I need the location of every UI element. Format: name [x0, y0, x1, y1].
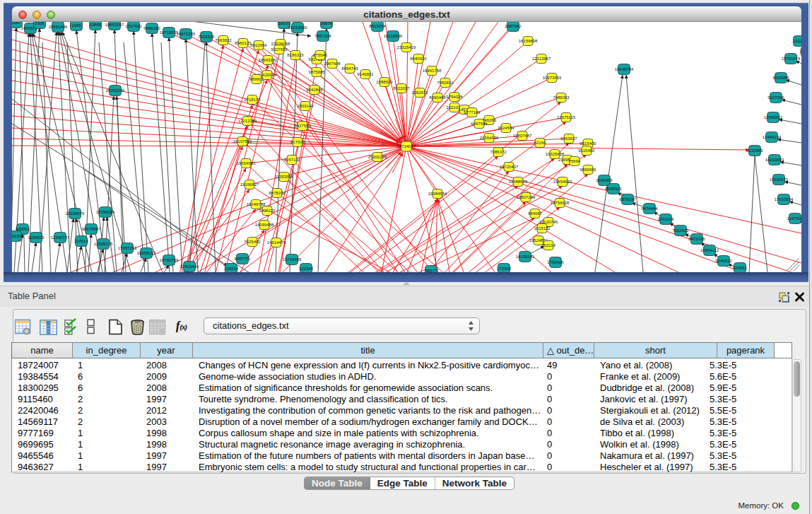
- svg-text:15716485: 15716485: [283, 257, 302, 262]
- svg-text:8427552: 8427552: [294, 124, 311, 128]
- svg-text:90975887: 90975887: [82, 227, 101, 231]
- svg-text:6466160: 6466160: [143, 26, 160, 30]
- svg-text:16648784: 16648784: [615, 67, 634, 71]
- svg-text:19384554: 19384554: [428, 192, 447, 196]
- svg-text:3624554: 3624554: [498, 126, 514, 130]
- svg-text:15720407: 15720407: [500, 165, 519, 169]
- svg-text:16961758: 16961758: [423, 69, 442, 73]
- svg-text:252214: 252214: [541, 243, 556, 247]
- svg-text:10120746: 10120746: [539, 220, 558, 224]
- svg-text:26876: 26876: [321, 22, 333, 25]
- svg-text:11353594: 11353594: [275, 175, 294, 179]
- svg-text:12213967: 12213967: [532, 57, 551, 61]
- svg-text:9245612: 9245612: [715, 259, 732, 263]
- svg-text:1640953: 1640953: [596, 178, 613, 182]
- svg-text:1527602: 1527602: [125, 24, 142, 28]
- svg-text:9899695: 9899695: [579, 168, 596, 172]
- svg-text:9515400: 9515400: [579, 141, 596, 146]
- svg-text:96577: 96577: [425, 269, 437, 272]
- svg-text:12444134: 12444134: [763, 135, 782, 139]
- svg-text:17010504: 17010504: [775, 197, 794, 201]
- svg-text:2306: 2306: [35, 22, 45, 25]
- svg-text:25302275: 25302275: [368, 155, 387, 159]
- svg-text:11123: 11123: [794, 39, 801, 43]
- svg-text:62160: 62160: [534, 141, 546, 145]
- svg-text:7955812: 7955812: [437, 81, 454, 85]
- svg-text:8912954: 8912954: [250, 43, 267, 47]
- svg-text:15751074: 15751074: [782, 57, 801, 61]
- svg-text:12823446: 12823446: [180, 264, 199, 269]
- svg-text:8813054: 8813054: [369, 24, 386, 28]
- svg-text:3875685: 3875685: [308, 70, 325, 74]
- svg-text:8878332: 8878332: [269, 191, 286, 195]
- svg-text:114519: 114519: [74, 239, 88, 243]
- svg-text:9115460: 9115460: [579, 148, 596, 153]
- svg-text:10688609: 10688609: [509, 180, 528, 184]
- svg-text:16046788: 16046788: [247, 202, 266, 206]
- svg-text:3498222: 3498222: [259, 209, 276, 213]
- svg-text:7632621: 7632621: [672, 228, 689, 233]
- svg-text:39154: 39154: [12, 234, 22, 238]
- svg-text:7386372: 7386372: [490, 150, 507, 154]
- svg-text:20364436: 20364436: [480, 136, 499, 140]
- svg-text:7857224: 7857224: [314, 34, 331, 38]
- svg-text:1362615: 1362615: [411, 90, 428, 95]
- svg-text:173342: 173342: [497, 267, 512, 271]
- svg-text:10782759: 10782759: [160, 258, 179, 262]
- svg-text:2687662: 2687662: [505, 24, 522, 28]
- svg-text:10654112: 10654112: [700, 248, 719, 252]
- svg-text:19855: 19855: [90, 23, 102, 27]
- svg-text:18724007: 18724007: [397, 144, 416, 148]
- svg-text:15692971: 15692971: [770, 177, 789, 182]
- svg-text:835061: 835061: [16, 227, 30, 231]
- svg-text:16107552: 16107552: [233, 139, 252, 144]
- svg-text:1167534: 1167534: [787, 216, 801, 221]
- svg-text:9227349: 9227349: [767, 95, 784, 100]
- svg-text:817006: 817006: [290, 140, 305, 144]
- svg-text:12213389: 12213389: [238, 119, 257, 123]
- svg-text:9146821: 9146821: [357, 72, 374, 76]
- svg-text:16033809: 16033809: [288, 25, 307, 30]
- svg-text:10025458: 10025458: [546, 152, 565, 156]
- svg-text:8960125: 8960125: [235, 41, 252, 45]
- svg-text:10210693: 10210693: [765, 158, 784, 162]
- svg-text:1065: 1065: [71, 23, 81, 28]
- svg-text:10807487: 10807487: [513, 134, 532, 138]
- svg-text:8186323: 8186323: [287, 53, 304, 57]
- svg-text:275546: 275546: [313, 53, 328, 57]
- svg-text:19654923: 19654923: [553, 180, 572, 184]
- svg-text:18807249: 18807249: [517, 195, 536, 199]
- svg-text:8322037: 8322037: [393, 86, 410, 90]
- svg-text:20206576: 20206576: [66, 211, 85, 216]
- svg-text:9463627: 9463627: [560, 136, 577, 141]
- svg-text:20053346: 20053346: [106, 88, 125, 93]
- svg-text:13325419: 13325419: [397, 45, 416, 49]
- svg-text:7663822: 7663822: [215, 38, 232, 42]
- svg-text:1733426: 1733426: [547, 260, 564, 264]
- svg-text:2967608: 2967608: [324, 62, 341, 66]
- svg-text:9657771: 9657771: [234, 257, 251, 261]
- svg-text:989901: 989901: [249, 77, 264, 81]
- svg-text:8454749: 8454749: [341, 66, 358, 71]
- svg-text:9777169: 9777169: [464, 110, 481, 115]
- svg-text:6879197: 6879197: [619, 197, 636, 201]
- svg-text:17957253: 17957253: [118, 246, 137, 250]
- svg-text:7515526: 7515526: [198, 35, 215, 39]
- svg-text:16543382: 16543382: [259, 58, 278, 62]
- svg-text:19756928: 19756928: [551, 201, 570, 205]
- svg-text:75694: 75694: [569, 159, 581, 163]
- svg-text:7485063: 7485063: [553, 95, 570, 100]
- svg-text:13254: 13254: [800, 49, 801, 54]
- svg-text:14914479: 14914479: [267, 240, 286, 245]
- svg-text:10653267: 10653267: [105, 23, 124, 27]
- svg-text:9327505: 9327505: [271, 47, 288, 52]
- svg-text:9794028: 9794028: [446, 95, 463, 99]
- svg-text:8640910: 8640910: [410, 57, 427, 61]
- svg-text:19218506: 19218506: [384, 34, 403, 38]
- svg-text:8938923: 8938923: [605, 187, 622, 191]
- svg-text:9474444: 9474444: [641, 206, 658, 211]
- svg-text:2087: 2087: [12, 22, 21, 25]
- svg-text:16671355: 16671355: [177, 32, 196, 36]
- svg-text:924561: 924561: [733, 266, 748, 270]
- svg-text:16154808: 16154808: [519, 39, 538, 43]
